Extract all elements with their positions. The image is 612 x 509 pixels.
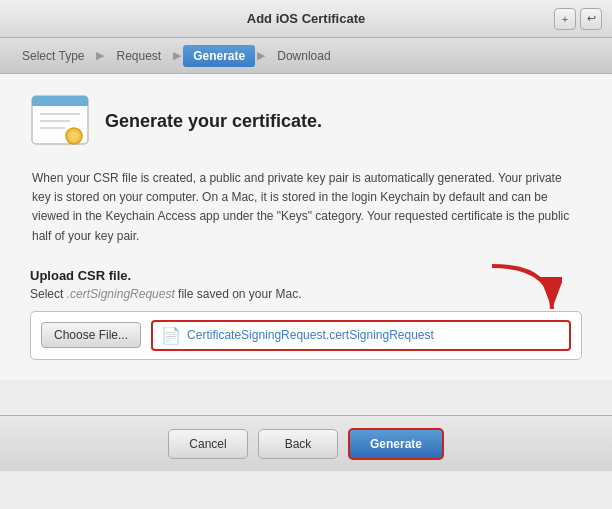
file-name-part2: .certSigningRequest: [326, 328, 434, 342]
main-content: Generate your certificate. When your CSR…: [0, 74, 612, 380]
description-text: When your CSR file is created, a public …: [30, 169, 582, 246]
breadcrumb-arrow-1: ▶: [96, 49, 104, 62]
breadcrumb-arrow-3: ▶: [257, 49, 265, 62]
file-doc-icon: 📄: [161, 326, 181, 345]
file-input-area: Choose File... 📄 CertificateSigningReque…: [30, 311, 582, 360]
footer-toolbar: Cancel Back Generate: [0, 415, 612, 471]
back-button[interactable]: ↩: [580, 8, 602, 30]
breadcrumb-generate[interactable]: Generate: [183, 45, 255, 67]
generate-button[interactable]: Generate: [348, 428, 444, 460]
breadcrumb-request[interactable]: Request: [106, 45, 171, 67]
breadcrumb-arrow-2: ▶: [173, 49, 181, 62]
choose-file-button[interactable]: Choose File...: [41, 322, 141, 348]
titlebar: Add iOS Certificate + ↩: [0, 0, 612, 38]
header-section: Generate your certificate.: [30, 94, 582, 149]
page-heading: Generate your certificate.: [105, 111, 322, 132]
upload-sub-em: .certSigningRequest: [67, 287, 175, 301]
red-arrow-icon: [482, 261, 562, 316]
breadcrumb-select-type[interactable]: Select Type: [12, 45, 94, 67]
titlebar-buttons: + ↩: [554, 8, 602, 30]
breadcrumb-nav: Select Type ▶ Request ▶ Generate ▶ Downl…: [0, 38, 612, 74]
svg-point-7: [69, 131, 79, 141]
file-display: 📄 CertificateSigningRequest.certSigningR…: [151, 320, 571, 351]
certificate-icon: [30, 94, 90, 149]
window-title: Add iOS Certificate: [247, 11, 365, 26]
file-name-text: CertificateSigningRequest.certSigningReq…: [187, 328, 434, 342]
file-name-part1: CertificateSigningRequest: [187, 328, 326, 342]
add-button[interactable]: +: [554, 8, 576, 30]
breadcrumb-download[interactable]: Download: [267, 45, 340, 67]
cancel-button[interactable]: Cancel: [168, 429, 248, 459]
back-button-footer[interactable]: Back: [258, 429, 338, 459]
svg-rect-2: [32, 102, 88, 106]
